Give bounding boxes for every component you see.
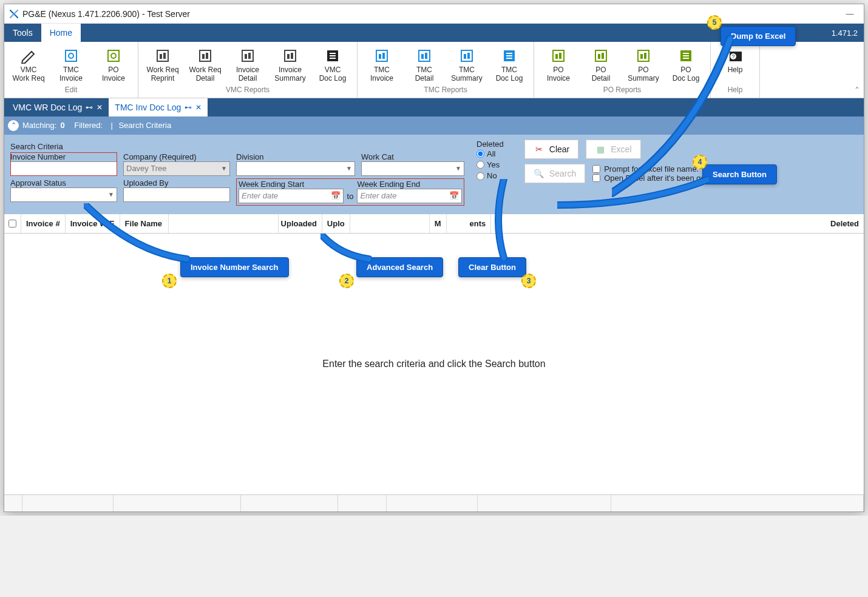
division-select[interactable]: ▼ xyxy=(236,161,355,176)
svg-rect-36 xyxy=(555,54,558,59)
svg-rect-13 xyxy=(245,54,247,59)
deleted-all-radio[interactable] xyxy=(476,150,484,158)
report-icon xyxy=(195,47,215,65)
svg-rect-2 xyxy=(66,50,76,61)
filter-info-bar: ⌃ Matching: 0 Filtered: | Search Criteri… xyxy=(4,116,864,135)
week-ending-end-label: Week Ending End xyxy=(357,180,462,189)
tmc-summary-button[interactable]: TMCSummary xyxy=(447,46,486,84)
work-req-detail-button[interactable]: Work ReqDetail xyxy=(186,46,225,84)
app-logo-icon xyxy=(9,9,19,19)
report-icon xyxy=(280,47,300,65)
tab-vmc-wr-doc-log[interactable]: VMC WR Doc Log ⊷ ✕ xyxy=(7,98,109,116)
col-m[interactable]: M xyxy=(429,214,447,233)
svg-rect-34 xyxy=(506,58,512,59)
svg-rect-22 xyxy=(376,50,387,61)
po-invoice-icon xyxy=(103,47,124,65)
tmc-invoice-button[interactable]: TMCInvoice xyxy=(52,46,90,84)
approval-status-label: Approval Status xyxy=(10,178,66,187)
ribbon-group-vmc-label: VMC Reports xyxy=(226,84,270,96)
svg-rect-28 xyxy=(461,50,472,61)
workcat-select[interactable]: ▼ xyxy=(361,161,464,176)
uploaded-by-input[interactable] xyxy=(123,187,230,202)
workcat-label: Work Cat xyxy=(361,152,394,161)
svg-rect-32 xyxy=(506,53,512,54)
pin-icon[interactable]: ⊷ xyxy=(86,103,93,112)
ribbon-group-edit-label: Edit xyxy=(65,84,78,96)
svg-rect-30 xyxy=(467,53,470,59)
collapse-toggle-button[interactable]: ⌃ xyxy=(8,120,19,131)
status-bar xyxy=(4,494,864,511)
svg-rect-16 xyxy=(287,54,290,59)
chevron-down-icon: ▼ xyxy=(221,165,227,172)
svg-rect-25 xyxy=(419,50,430,61)
col-uploaded-by[interactable]: Uplo xyxy=(322,214,350,233)
titlebar: PG&E (Nexus 1.471.2206.900) - Test Serve… xyxy=(4,4,864,24)
excel-icon: ▦ xyxy=(595,144,606,155)
tmc-doc-log-button[interactable]: TMCDoc Log xyxy=(490,46,529,84)
work-req-reprint-button[interactable]: Work ReqReprint xyxy=(143,46,182,84)
annotation-badge-5: 5 xyxy=(707,15,722,30)
svg-rect-33 xyxy=(506,55,512,56)
approval-status-select[interactable]: ▼ xyxy=(10,187,117,202)
clear-button[interactable]: ✂Clear xyxy=(524,140,578,159)
search-icon: 🔍 xyxy=(534,168,544,179)
select-all-checkbox[interactable] xyxy=(8,220,16,228)
calendar-icon[interactable]: 📅 xyxy=(331,191,341,201)
tmc-detail-button[interactable]: TMCDetail xyxy=(405,46,444,84)
week-ending-end-input[interactable]: Enter date📅 xyxy=(357,189,462,203)
minimize-button[interactable]: — xyxy=(841,9,859,18)
doc-log-blue-icon xyxy=(499,47,520,65)
filtered-label: Filtered: xyxy=(74,121,103,130)
svg-rect-15 xyxy=(285,50,296,61)
report-icon xyxy=(237,47,258,65)
svg-rect-4 xyxy=(108,50,119,61)
report-blue-icon xyxy=(456,47,477,65)
close-icon[interactable]: ✕ xyxy=(195,103,202,112)
invoice-detail-button[interactable]: InvoiceDetail xyxy=(228,46,267,84)
svg-rect-11 xyxy=(206,53,208,59)
menu-tools[interactable]: Tools xyxy=(4,24,41,42)
col-deleted[interactable]: Deleted xyxy=(826,214,864,233)
menu-home[interactable]: Home xyxy=(41,24,81,42)
company-select[interactable]: Davey Tree▼ xyxy=(123,161,230,176)
svg-rect-20 xyxy=(330,55,336,56)
tab-tmc-inv-doc-log[interactable]: TMC Inv Doc Log ⊷ ✕ xyxy=(109,98,208,116)
ribbon-collapse-button[interactable]: ⌃ xyxy=(850,42,864,98)
invoice-number-input[interactable] xyxy=(10,161,117,176)
po-invoice-report-button[interactable]: POInvoice xyxy=(539,46,578,84)
svg-rect-40 xyxy=(602,53,604,59)
pin-icon[interactable]: ⊷ xyxy=(185,103,192,112)
callout-clear-button: Clear Button xyxy=(458,257,526,277)
prompt-excel-checkbox[interactable] xyxy=(592,165,600,173)
svg-rect-29 xyxy=(464,54,466,59)
to-label: to xyxy=(347,192,354,203)
deleted-yes-radio[interactable] xyxy=(476,161,484,169)
invoice-summary-button[interactable]: InvoiceSummary xyxy=(271,46,310,84)
search-criteria-legend: Search Criteria xyxy=(10,142,464,151)
svg-rect-27 xyxy=(425,53,427,59)
ribbon-group-edit: VMCWork Req TMCInvoice POInvoice Edit xyxy=(4,42,138,98)
chevron-down-icon: ▼ xyxy=(455,165,461,172)
matching-label: Matching: xyxy=(22,121,56,130)
svg-rect-21 xyxy=(330,58,336,59)
col-invoice-no[interactable]: Invoice # xyxy=(21,214,66,233)
tab-label: TMC Inv Doc Log xyxy=(115,103,181,112)
search-criteria-label: Search Criteria xyxy=(118,121,171,130)
svg-rect-9 xyxy=(200,50,211,61)
company-label: Company (Required) xyxy=(123,152,197,161)
annotation-badge-2: 2 xyxy=(339,274,354,288)
po-invoice-button[interactable]: POInvoice xyxy=(94,46,133,84)
pencil-icon xyxy=(18,47,39,65)
deleted-no-radio[interactable] xyxy=(476,172,484,180)
svg-rect-23 xyxy=(379,54,381,59)
col-uploaded[interactable]: Uploaded xyxy=(278,214,322,233)
ribbon-group-tmc-reports: TMCInvoice TMCDetail TMCSummary TMCDoc L… xyxy=(358,42,534,98)
calendar-icon[interactable]: 📅 xyxy=(449,191,459,201)
empty-grid-message: Enter the search criteria and click the … xyxy=(322,359,545,369)
col-ents[interactable]: ents xyxy=(465,214,492,233)
vmc-doc-log-button[interactable]: VMCDoc Log xyxy=(313,46,352,84)
tmc-invoice-report-button[interactable]: TMCInvoice xyxy=(362,46,401,84)
close-icon[interactable]: ✕ xyxy=(97,103,103,112)
week-ending-start-input[interactable]: Enter date📅 xyxy=(239,189,344,203)
vmc-work-req-button[interactable]: VMCWork Req xyxy=(9,46,48,84)
